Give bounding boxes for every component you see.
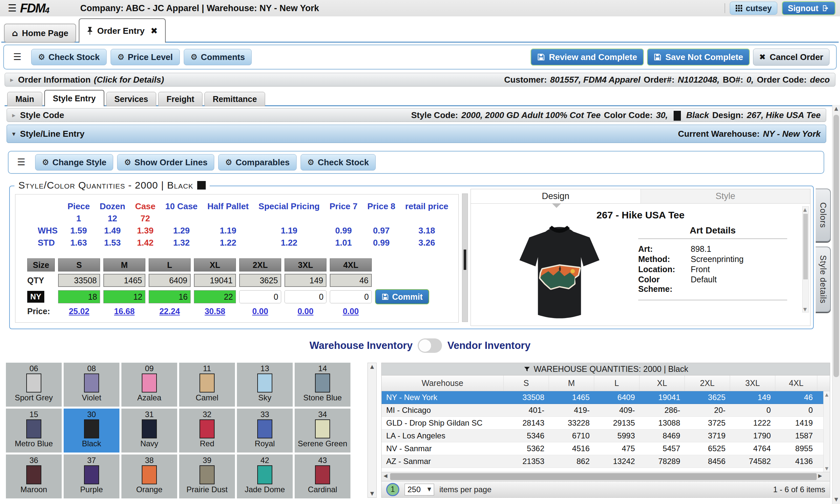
order-qty-input[interactable] — [330, 290, 372, 303]
warehouse-column-header[interactable]: XL — [640, 376, 685, 391]
tab-main[interactable]: Main — [7, 92, 42, 106]
order-information-bar[interactable]: ▸ Order Information (Click for Details) … — [5, 73, 835, 87]
style-line-entry-bar[interactable]: ▾ Style/Line Entry Current Warehouse: NY… — [6, 125, 826, 143]
price-link[interactable]: 30.58 — [205, 307, 225, 316]
design-panel-scrollbar[interactable]: ▲ ▼ — [802, 206, 809, 312]
color-cell-jade-dome[interactable]: 42Jade Dome — [237, 454, 293, 499]
color-cell-violet[interactable]: 08Violet — [64, 363, 119, 407]
comments-button[interactable]: ⚙ Comments — [184, 49, 252, 65]
scroll-down-icon[interactable]: ▼ — [368, 491, 377, 496]
warehouse-row-ny[interactable]: NY - New York335081465640919041362514946 — [382, 391, 830, 404]
line-check-stock-button[interactable]: ⚙ Check Stock — [301, 154, 376, 170]
warehouse-row-gld[interactable]: GLD - Drop Ship Gildan SC281433322829135… — [382, 417, 830, 430]
scroll-left-icon[interactable]: ◀ — [384, 473, 387, 479]
inventory-toggle-switch[interactable] — [418, 338, 442, 353]
warehouse-row-la[interactable]: LA - Los Angeles534667105993846937191790… — [382, 430, 830, 442]
user-menu-button[interactable]: cutsey — [730, 2, 777, 15]
scroll-up-icon[interactable]: ▲ — [368, 364, 377, 369]
tab-freight[interactable]: Freight — [158, 92, 203, 106]
order-qty-input[interactable] — [194, 290, 236, 303]
order-qty-input[interactable] — [239, 290, 281, 303]
warehouse-row-nv[interactable]: NV - Sanmar536245164755457652547648955 — [382, 442, 830, 455]
color-cell-black[interactable]: 30Black — [64, 409, 119, 452]
warehouse-column-header[interactable]: L — [594, 376, 640, 391]
page-number-button[interactable]: 1 — [386, 483, 399, 496]
page-scrollbar[interactable]: ▲ ▼ — [832, 105, 840, 504]
close-tab-icon[interactable]: ✖ — [151, 26, 158, 35]
change-style-button[interactable]: ⚙ Change Style — [35, 154, 113, 170]
order-qty-input[interactable] — [103, 290, 145, 303]
color-cell-purple[interactable]: 37Purple — [64, 454, 119, 499]
scroll-up-icon[interactable]: ▲ — [803, 207, 807, 212]
tab-design[interactable]: Design — [471, 189, 641, 203]
save-not-complete-button[interactable]: Save Not Complete — [647, 49, 750, 66]
scroll-up-icon[interactable]: ▲ — [833, 106, 840, 111]
order-qty-input[interactable] — [284, 290, 327, 303]
color-cell-sky[interactable]: 13Sky — [237, 363, 293, 407]
scrollbar-thumb[interactable] — [390, 473, 817, 480]
tab-services[interactable]: Services — [106, 92, 157, 106]
hamburger-menu-icon[interactable]: ☰ — [8, 3, 17, 13]
price-link[interactable]: 0.00 — [343, 307, 359, 316]
side-tab-style-details[interactable]: Style details — [816, 247, 831, 312]
scroll-down-icon[interactable]: ▼ — [833, 497, 840, 502]
price-link[interactable]: 25.02 — [69, 307, 90, 316]
color-cell-royal[interactable]: 33Royal — [237, 409, 293, 452]
comparables-button[interactable]: ⚙ Comparables — [218, 154, 296, 170]
color-cell-sport-grey[interactable]: 06Sport Grey — [6, 363, 62, 407]
warehouse-column-header[interactable]: Warehouse — [382, 376, 504, 391]
colors-scrollbar[interactable]: ▲ ▼ — [368, 363, 377, 498]
signout-button[interactable]: Signout — [782, 1, 835, 15]
tab-style-entry[interactable]: Style Entry — [44, 90, 104, 106]
items-per-page-select[interactable]: 250 ▼ — [405, 484, 434, 496]
review-and-complete-button[interactable]: Review and Complete — [530, 49, 644, 66]
color-cell-stone-blue[interactable]: 14Stone Blue — [295, 363, 350, 407]
color-cell-navy[interactable]: 31Navy — [121, 409, 177, 452]
warehouse-column-header[interactable]: 4XL — [775, 376, 817, 391]
toolbar-hamburger-icon[interactable]: ☰ — [13, 52, 21, 62]
panel-splitter[interactable] — [462, 194, 468, 322]
warehouse-column-header[interactable]: 3XL — [730, 376, 775, 391]
scroll-up-icon[interactable]: ▲ — [824, 393, 830, 397]
warehouse-column-header[interactable]: S — [504, 376, 549, 391]
price-link[interactable]: 16.68 — [114, 307, 135, 316]
scroll-right-icon[interactable]: ▶ — [818, 473, 822, 479]
splitter-grip-handle[interactable] — [463, 250, 466, 270]
side-tab-colors[interactable]: Colors — [816, 188, 831, 242]
scroll-down-icon[interactable]: ▼ — [824, 466, 830, 471]
order-qty-input[interactable] — [148, 290, 191, 303]
color-cell-red[interactable]: 32Red — [179, 409, 235, 452]
color-cell-maroon[interactable]: 36Maroon — [6, 454, 62, 499]
toggle-knob[interactable] — [418, 339, 432, 352]
order-qty-input[interactable] — [58, 290, 100, 303]
tab-remittance[interactable]: Remittance — [205, 92, 265, 106]
warehouse-column-header[interactable]: 2XL — [685, 376, 730, 391]
warehouse-row-az[interactable]: AZ - Sanmar21353862132427828984567458241… — [382, 455, 830, 468]
scroll-down-icon[interactable]: ▼ — [803, 307, 807, 311]
price-link[interactable]: 0.00 — [298, 307, 314, 316]
color-cell-azalea[interactable]: 09Azalea — [121, 363, 177, 407]
scrollbar-thumb[interactable] — [803, 214, 808, 280]
scrollbar-thumb[interactable] — [834, 115, 839, 377]
warehouse-vertical-scrollbar[interactable]: ▲ ▼ — [823, 391, 830, 472]
color-cell-cardinal[interactable]: 43Cardinal — [295, 454, 350, 499]
show-order-lines-button[interactable]: ⚙ Show Order Lines — [117, 154, 214, 170]
color-cell-prairie-dust[interactable]: 39Prairie Dust — [179, 454, 235, 499]
check-stock-button[interactable]: ⚙ Check Stock — [31, 49, 107, 65]
color-cell-camel[interactable]: 11Camel — [179, 363, 235, 407]
warehouse-row-mi[interactable]: MI - Chicago401-419-409-286-20-00 — [382, 404, 830, 417]
warehouse-horizontal-scrollbar[interactable]: ◀ ▶ — [382, 472, 830, 481]
tab-style[interactable]: Style — [641, 189, 810, 203]
commit-button[interactable]: Commit — [375, 289, 429, 304]
price-level-button[interactable]: ⚙ Price Level — [110, 49, 180, 65]
line-toolbar-hamburger-icon[interactable]: ☰ — [17, 158, 25, 167]
price-link[interactable]: 0.00 — [252, 307, 268, 316]
color-cell-serene-green[interactable]: 34Serene Green — [295, 409, 350, 452]
style-code-bar[interactable]: ▸ Style Code Style Code: 2000, 2000 GD A… — [6, 108, 826, 122]
tab-home-page[interactable]: ⌂ Home Page — [4, 24, 76, 43]
tab-order-entry[interactable]: Order Entry ✖ — [79, 18, 165, 43]
price-link[interactable]: 22.24 — [159, 307, 180, 316]
color-cell-metro-blue[interactable]: 15Metro Blue — [6, 409, 62, 452]
cancel-order-button[interactable]: ✖ Cancel Order — [753, 49, 829, 66]
color-cell-orange[interactable]: 38Orange — [121, 454, 177, 499]
